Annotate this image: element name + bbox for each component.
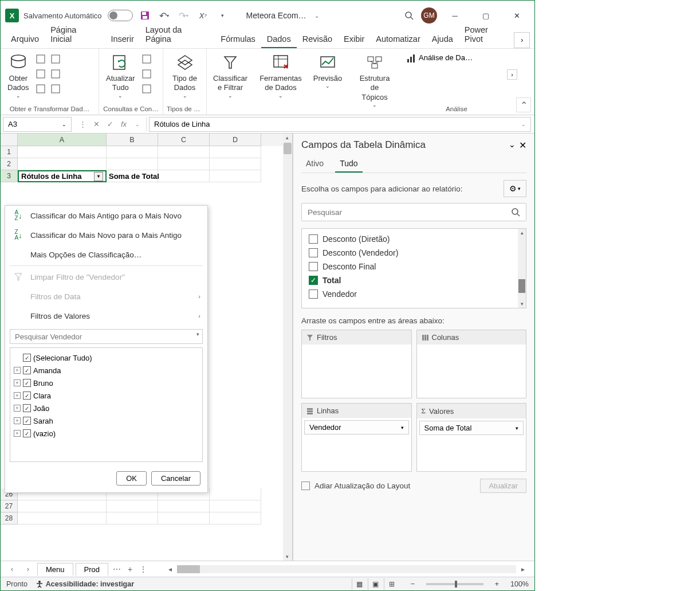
update-button[interactable]: Atualizar — [480, 479, 526, 493]
area-field-vendedor[interactable]: Vendedor▾ — [304, 420, 409, 435]
row-header[interactable]: 28 — [1, 512, 18, 525]
more-sort-item[interactable]: Mais Opções de Classificação… — [5, 245, 207, 264]
filter-item[interactable]: +(vazio) — [14, 427, 199, 440]
filter-dropdown-button[interactable]: ▾ — [94, 172, 103, 181]
cell[interactable] — [210, 488, 261, 500]
expand-icon[interactable]: + — [14, 379, 21, 386]
recent-sources-icon[interactable] — [49, 67, 62, 81]
pivot-row-label-cell[interactable]: Rótulos de Linha ▾ — [18, 170, 107, 182]
expand-icon[interactable]: + — [14, 392, 21, 399]
sheet-tab[interactable]: Menu — [37, 563, 73, 576]
ribbon-overflow-button[interactable]: › — [514, 32, 530, 48]
filter-item[interactable]: +Bruno — [14, 377, 199, 389]
undo-button[interactable]: ↶▾ — [157, 8, 172, 23]
cell[interactable] — [107, 512, 158, 525]
ribbon-expand-button[interactable]: › — [507, 69, 517, 80]
fx-icon[interactable]: fx — [117, 118, 130, 131]
defer-layout-checkbox[interactable]: Adiar Atualização do Layout — [301, 482, 410, 490]
normal-view-button[interactable]: ▦ — [352, 578, 367, 590]
qat-overflow-button[interactable]: ▾ — [215, 8, 230, 23]
properties-icon[interactable] — [140, 67, 154, 81]
tab-home[interactable]: Página Inicial — [45, 22, 105, 48]
hscroll-right-icon[interactable]: ▸ — [516, 565, 530, 573]
cell[interactable] — [158, 500, 210, 512]
field-item[interactable]: Desconto Final — [304, 260, 524, 273]
filter-item[interactable]: +Clara — [14, 389, 199, 402]
horizontal-scrollbar[interactable] — [177, 565, 516, 573]
cell[interactable] — [210, 170, 261, 182]
tab-formulas[interactable]: Fórmulas — [215, 31, 261, 48]
field-item[interactable]: Total — [304, 273, 524, 287]
cell[interactable] — [210, 146, 261, 158]
tab-automate[interactable]: Automatizar — [370, 31, 426, 48]
row-header[interactable]: 2 — [1, 158, 18, 170]
cancel-button[interactable]: Cancelar — [151, 471, 200, 486]
existing-conn-icon[interactable] — [34, 82, 48, 96]
cell[interactable] — [107, 500, 158, 512]
clear-format-button[interactable]: x? — [196, 8, 211, 23]
cell[interactable] — [18, 158, 107, 170]
checkbox-icon[interactable] — [23, 404, 31, 412]
field-item[interactable]: Desconto (Vendedor) — [304, 246, 524, 260]
zoom-in-button[interactable]: + — [491, 580, 502, 588]
column-header[interactable]: C — [158, 134, 210, 146]
expand-icon[interactable]: + — [14, 417, 21, 424]
search-button[interactable] — [402, 8, 416, 23]
cell[interactable] — [107, 158, 158, 170]
pivot-pane-options-icon[interactable]: ⌄ — [509, 140, 516, 151]
cell[interactable] — [158, 512, 210, 525]
queries-icon[interactable] — [140, 52, 154, 66]
filters-area[interactable]: Filtros — [301, 330, 412, 398]
cell[interactable] — [158, 170, 210, 182]
cancel-formula-icon[interactable]: ✕ — [90, 118, 103, 131]
sheet-menu-icon[interactable]: ⋮ — [137, 565, 150, 574]
filter-item[interactable]: +João — [14, 402, 199, 414]
cell[interactable] — [158, 146, 210, 158]
collapse-ribbon-button[interactable]: ⌃ — [516, 97, 531, 112]
enter-formula-icon[interactable]: ✓ — [104, 118, 116, 131]
edit-links-icon[interactable] — [140, 82, 154, 96]
search-dropdown-icon[interactable]: ▾ — [196, 331, 199, 337]
page-layout-view-button[interactable]: ▣ — [368, 578, 383, 590]
data-tools-button[interactable]: Ferramentas de Dados ⌄ — [257, 51, 304, 100]
sheet-tab[interactable]: Prod — [76, 563, 108, 576]
checkbox-icon[interactable] — [23, 354, 31, 362]
zoom-slider[interactable] — [426, 583, 483, 585]
name-box[interactable]: A3 ⌄ — [3, 117, 72, 132]
filter-item[interactable]: +Sarah — [14, 414, 199, 427]
row-header[interactable]: 1 — [1, 146, 18, 158]
cell[interactable] — [158, 158, 210, 170]
data-analysis-button[interactable]: Análise de Da… — [419, 53, 473, 62]
from-table-icon[interactable] — [34, 67, 48, 81]
from-picture-icon[interactable] — [49, 82, 62, 96]
checkbox-icon[interactable] — [23, 392, 31, 400]
pivot-settings-button[interactable]: ⚙▾ — [504, 180, 526, 197]
redo-button[interactable]: ↷▾ — [176, 8, 191, 23]
rows-area[interactable]: Linhas Vendedor▾ — [301, 403, 412, 472]
sheet-tabs-more-icon[interactable]: ⋯ — [111, 565, 123, 574]
refresh-all-button[interactable]: Atualizar Tudo ⌄ — [103, 51, 139, 100]
column-header[interactable]: D — [210, 134, 261, 146]
row-header[interactable]: 27 — [1, 500, 18, 512]
pivot-search[interactable] — [301, 203, 526, 221]
grid-vertical-scrollbar[interactable]: ▴ ▾ — [283, 134, 292, 561]
columns-area[interactable]: Colunas — [416, 330, 527, 398]
column-header[interactable]: A — [18, 134, 107, 146]
cell[interactable] — [210, 500, 261, 512]
field-item[interactable]: Vendedor — [304, 287, 524, 301]
field-item[interactable]: Desconto (Diretão) — [304, 232, 524, 246]
tab-insert[interactable]: Inserir — [105, 31, 139, 48]
pivot-value-header-cell[interactable]: Soma de Total — [107, 170, 158, 182]
cell[interactable] — [210, 158, 261, 170]
column-header[interactable]: B — [107, 134, 158, 146]
cell[interactable] — [210, 512, 261, 525]
fx-dropdown-icon[interactable]: ⌄ — [131, 118, 144, 131]
tab-data[interactable]: Dados — [261, 31, 297, 48]
tab-view[interactable]: Exibir — [338, 31, 370, 48]
data-type-button[interactable]: Tipo de Dados ⌄ — [167, 51, 203, 100]
pivot-tab-active[interactable]: Ativo — [301, 155, 328, 173]
hscroll-left-icon[interactable]: ◂ — [163, 565, 177, 573]
area-field-total[interactable]: Soma de Total▾ — [419, 421, 524, 435]
tab-powerpivot[interactable]: Power Pivot — [459, 22, 514, 48]
pivot-tab-all[interactable]: Tudo — [335, 155, 362, 173]
